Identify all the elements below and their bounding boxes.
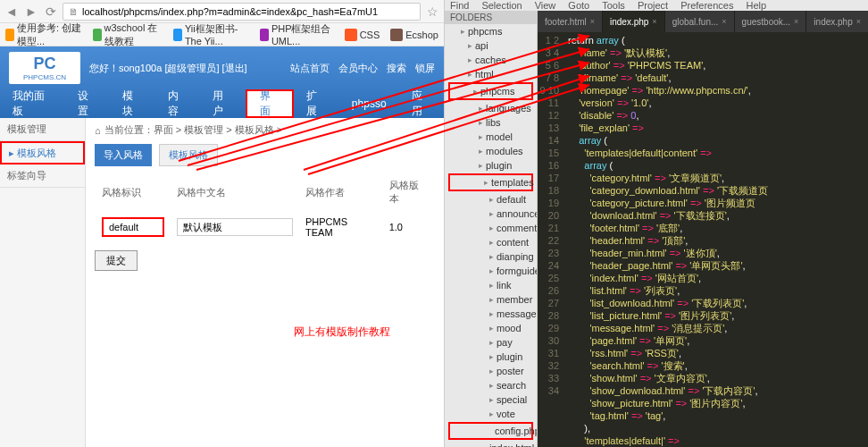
sidebar-item[interactable]: 标签向导	[0, 164, 85, 188]
sublime-menu: FindSelectionViewGotoToolsProjectPrefere…	[445, 0, 868, 11]
code-area[interactable]: 1 2 3 4 5 6 7 8 9 10 11 12 13 14 15 16 1…	[538, 32, 868, 447]
bookmark-item[interactable]: Yii框架图书-The Yii...	[173, 22, 249, 46]
folder-item[interactable]: ▸phpcms	[448, 82, 533, 100]
editor-tab[interactable]: global.fun... ×	[665, 11, 734, 32]
file-item[interactable]: index.html	[445, 441, 537, 447]
bookmark-item[interactable]: w3school 在线教程	[93, 21, 163, 48]
editor-tab[interactable]: index.php ×	[806, 11, 868, 32]
sidebar-item[interactable]: ▸ 模板风格	[0, 141, 85, 164]
folder-item[interactable]: ▸search	[445, 378, 537, 392]
folder-item[interactable]: ▸caches	[445, 53, 537, 67]
bookmark-item[interactable]: 使用参考: 创建模型...	[5, 21, 82, 48]
welcome-text: 您好！song100a [超级管理员] [退出]	[89, 62, 247, 75]
folder-item[interactable]: ▸content	[445, 235, 537, 249]
home-icon: ⌂	[95, 125, 101, 136]
menu-item[interactable]: Preferences	[680, 0, 733, 11]
topnav-item[interactable]: phpsso	[339, 89, 399, 118]
folder-item[interactable]: ▸libs	[445, 115, 537, 130]
breadcrumb: ⌂ 当前位置：界面 > 模板管理 > 模板风格 >	[95, 123, 435, 137]
menu-item[interactable]: Selection	[481, 0, 522, 11]
file-item[interactable]: config.php	[448, 422, 533, 440]
import-button[interactable]: 导入风格	[95, 144, 152, 166]
crumb-text: 当前位置：界面 > 模板管理 > 模板风格 >	[104, 123, 283, 137]
style-name-input[interactable]	[177, 218, 293, 236]
bookmark-item[interactable]: PHP框架组合UML...	[260, 22, 334, 46]
editor-tab[interactable]: guestbook... ×	[735, 11, 806, 32]
topnav-item[interactable]: 设置	[65, 89, 110, 118]
folder-item[interactable]: ▸message	[445, 307, 537, 321]
folder-sidebar: FOLDERS ▸phpcms▸api▸caches▸html▸phpcms▸l…	[445, 11, 538, 447]
topnav-item[interactable]: 我的面板	[0, 89, 65, 118]
submit-button[interactable]: 提交	[95, 250, 138, 271]
menu-item[interactable]: Find	[450, 0, 469, 11]
bookmark-star-icon[interactable]: ☆	[424, 4, 440, 20]
header-link[interactable]: 站点首页	[290, 62, 330, 75]
folder-item[interactable]: ▸default	[445, 192, 537, 207]
folder-item[interactable]: ▸formguide	[445, 264, 537, 278]
style-id-input[interactable]	[102, 217, 164, 237]
topnav-item[interactable]: 扩展	[294, 89, 338, 118]
folder-item[interactable]: ▸model	[445, 130, 537, 144]
url-text: localhost/phpcms/index.php?m=admin&c=ind…	[82, 6, 378, 17]
column-header: 风格中文名	[171, 175, 298, 209]
folder-item[interactable]: ▸html	[445, 67, 537, 81]
menu-item[interactable]: View	[535, 0, 556, 11]
menu-item[interactable]: Project	[638, 0, 668, 11]
header-link[interactable]: 会员中心	[338, 62, 378, 75]
bookmarks-bar: 使用参考: 创建模型...w3school 在线教程Yii框架图书-The Yi…	[0, 23, 444, 46]
folder-item[interactable]: ▸languages	[445, 101, 537, 115]
folder-item[interactable]: ▸pay	[445, 335, 537, 350]
browser-pane: ◄ ► ⟳ 🗎 localhost/phpcms/index.php?m=adm…	[0, 0, 445, 447]
folder-item[interactable]: ▸link	[445, 278, 537, 292]
header-link[interactable]: 锁屏	[415, 62, 435, 75]
bookmark-item[interactable]: Ecshop	[390, 29, 438, 41]
page-icon: 🗎	[69, 6, 79, 17]
browser-toolbar: ◄ ► ⟳ 🗎 localhost/phpcms/index.php?m=adm…	[0, 0, 444, 23]
version-cell: 1.0	[384, 211, 433, 243]
folder-item[interactable]: ▸announce	[445, 207, 537, 221]
menu-item[interactable]: Tools	[602, 0, 625, 11]
folder-item[interactable]: ▸modules	[445, 144, 537, 158]
reload-button[interactable]: ⟳	[43, 4, 59, 20]
folder-item[interactable]: ▸poster	[445, 364, 537, 378]
folder-item[interactable]: ▸plugin	[445, 350, 537, 364]
back-button[interactable]: ◄	[4, 4, 20, 20]
author-cell: PHPCMS TEAM	[300, 211, 382, 243]
menu-item[interactable]: Help	[746, 0, 766, 11]
topnav-item[interactable]: 界面	[246, 89, 294, 118]
url-bar[interactable]: 🗎 localhost/phpcms/index.php?m=admin&c=i…	[63, 3, 421, 21]
header-link[interactable]: 搜索	[387, 62, 406, 75]
folder-item[interactable]: ▸mood	[445, 321, 537, 335]
topnav-item[interactable]: 用户	[200, 89, 245, 118]
column-header: 风格版本	[384, 175, 433, 209]
logo[interactable]: PC PHPCMS.CN	[9, 52, 80, 84]
folder-item[interactable]: ▸comment	[445, 221, 537, 235]
sidebar-item[interactable]: 模板管理	[0, 118, 85, 141]
editor-tab[interactable]: index.php ×	[603, 11, 664, 32]
column-header: 风格标识	[96, 175, 170, 209]
topnav-item[interactable]: 内容	[155, 89, 200, 118]
folder-item[interactable]: ▸phpcms	[445, 24, 537, 38]
tutorial-note: 网上有模版制作教程	[95, 325, 435, 340]
folder-item[interactable]: ▸dianping	[445, 249, 537, 264]
topnav-item[interactable]: 应用	[399, 89, 444, 118]
forward-button[interactable]: ►	[23, 4, 39, 20]
folder-item[interactable]: ▸plugin	[445, 158, 537, 173]
folder-item[interactable]: ▸vote	[445, 407, 537, 421]
topnav-item[interactable]: 模块	[110, 89, 154, 118]
styles-table: 风格标识风格中文名风格作者风格版本 PHPCMS TEAM 1.0	[95, 173, 435, 245]
code-editor: footer.html ×index.php ×global.fun... ×g…	[538, 11, 868, 447]
folder-item[interactable]: ▸special	[445, 392, 537, 407]
menu-item[interactable]: Goto	[568, 0, 589, 11]
editor-tabs: footer.html ×index.php ×global.fun... ×g…	[538, 11, 868, 32]
bookmark-item[interactable]: CSS	[345, 29, 380, 41]
content-row: 模板管理▸ 模板风格标签向导 ⌂ 当前位置：界面 > 模板管理 > 模板风格 >…	[0, 118, 444, 447]
style-button[interactable]: 模板风格	[159, 144, 218, 166]
folder-item[interactable]: ▸member	[445, 292, 537, 307]
folder-item[interactable]: ▸templates	[448, 173, 533, 191]
editor-tab[interactable]: footer.html ×	[538, 11, 602, 32]
header-links: 站点首页会员中心搜索锁屏	[290, 62, 435, 75]
editor-pane: FindSelectionViewGotoToolsProjectPrefere…	[445, 0, 868, 447]
action-buttons: 导入风格 模板风格	[95, 144, 435, 166]
folder-item[interactable]: ▸api	[445, 38, 537, 53]
